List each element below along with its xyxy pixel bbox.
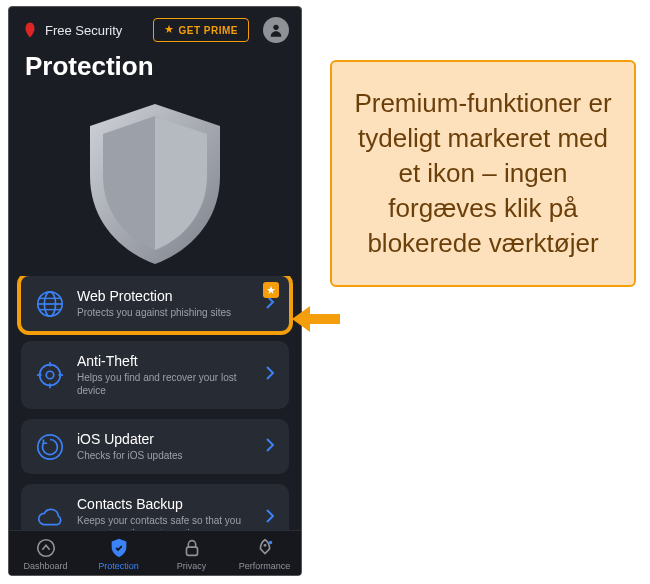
page-title: Protection (9, 49, 301, 90)
prime-label: GET PRIME (178, 25, 238, 36)
cloud-icon (35, 503, 65, 530)
star-icon (164, 24, 174, 36)
svg-point-0 (273, 25, 278, 30)
card-web-protection[interactable]: Web Protection Protects you against phis… (21, 276, 289, 331)
nav-label: Dashboard (23, 561, 67, 571)
svg-point-16 (268, 541, 272, 545)
card-body: Anti-Theft Helps you find and recover yo… (77, 353, 253, 397)
app-window: Free Security GET PRIME Protection (8, 6, 302, 576)
chevron-right-icon (265, 438, 275, 456)
card-subtitle: Protects you against phishing sites (77, 306, 253, 319)
svg-point-15 (263, 544, 266, 547)
avira-logo-icon (21, 21, 39, 39)
feature-list: Web Protection Protects you against phis… (9, 276, 301, 530)
annotation-arrow-icon (292, 304, 340, 334)
card-title: Contacts Backup (77, 496, 253, 512)
nav-label: Privacy (177, 561, 207, 571)
refresh-icon (35, 432, 65, 462)
chevron-right-icon (265, 366, 275, 384)
svg-point-6 (40, 365, 61, 386)
svg-point-12 (38, 434, 62, 458)
chevron-right-icon (265, 509, 275, 527)
card-anti-theft[interactable]: Anti-Theft Helps you find and recover yo… (21, 341, 289, 409)
svg-rect-14 (186, 547, 197, 555)
avatar[interactable] (263, 17, 289, 43)
premium-star-icon (263, 282, 279, 298)
nav-label: Protection (98, 561, 139, 571)
rocket-icon (254, 537, 276, 559)
globe-icon (35, 289, 65, 319)
card-body: Contacts Backup Keeps your contacts safe… (77, 496, 253, 530)
app-header: Free Security GET PRIME (9, 7, 301, 49)
annotation-callout: Premium-funktioner er tydeligt markeret … (330, 60, 636, 287)
card-subtitle: Checks for iOS updates (77, 449, 253, 462)
bottom-nav: Dashboard Protection Privacy Performance (9, 530, 301, 575)
card-title: Web Protection (77, 288, 253, 304)
nav-protection[interactable]: Protection (82, 537, 155, 571)
card-body: iOS Updater Checks for iOS updates (77, 431, 253, 462)
card-subtitle: Helps you find and recover your lost dev… (77, 371, 253, 397)
dashboard-icon (35, 537, 57, 559)
svg-point-13 (37, 540, 54, 557)
shield-icon (108, 537, 130, 559)
svg-point-7 (46, 371, 54, 379)
card-contacts-backup[interactable]: Contacts Backup Keeps your contacts safe… (21, 484, 289, 530)
nav-label: Performance (239, 561, 291, 571)
brand-name: Free Security (45, 23, 147, 38)
lock-icon (181, 537, 203, 559)
card-ios-updater[interactable]: iOS Updater Checks for iOS updates (21, 419, 289, 474)
shield-graphic (9, 90, 301, 276)
card-body: Web Protection Protects you against phis… (77, 288, 253, 319)
get-prime-button[interactable]: GET PRIME (153, 18, 249, 42)
nav-privacy[interactable]: Privacy (155, 537, 228, 571)
card-subtitle: Keeps your contacts safe so that you can… (77, 514, 253, 530)
nav-dashboard[interactable]: Dashboard (9, 537, 82, 571)
target-icon (35, 360, 65, 390)
nav-performance[interactable]: Performance (228, 537, 301, 571)
card-title: Anti-Theft (77, 353, 253, 369)
card-title: iOS Updater (77, 431, 253, 447)
